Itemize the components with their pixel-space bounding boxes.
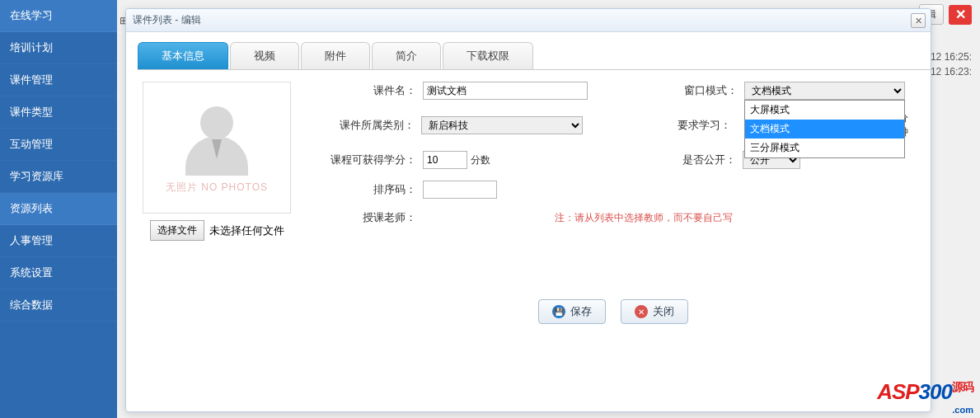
- close-icon: ✕: [635, 305, 648, 318]
- window-mode-select[interactable]: 文档模式: [744, 82, 905, 100]
- category-select[interactable]: 新启科技: [421, 116, 584, 134]
- sidebar-item-courseware-mgmt[interactable]: 课件管理: [0, 64, 117, 96]
- label-name: 课件名：: [307, 83, 423, 98]
- label-credits: 课程可获得学分：: [307, 153, 423, 167]
- sidebar-item-learning-resources[interactable]: 学习资源库: [0, 161, 117, 193]
- tab-bar: 基本信息 视频 附件 简介 下载权限: [138, 42, 931, 70]
- dropdown-option[interactable]: 三分屏模式: [745, 139, 904, 157]
- tab-basic-info[interactable]: 基本信息: [138, 42, 228, 69]
- label-required: 要求学习：: [640, 118, 738, 133]
- save-button[interactable]: 💾 保存: [538, 299, 606, 324]
- sidebar-item-system-settings[interactable]: 系统设置: [0, 257, 117, 289]
- window-mode-dropdown: 大屏模式 文档模式 三分屏模式: [744, 100, 905, 158]
- sidebar-item-interaction-mgmt[interactable]: 互动管理: [0, 129, 117, 161]
- photo-placeholder: 无照片 NO PHOTOS: [143, 82, 291, 214]
- tab-attachment[interactable]: 附件: [301, 42, 370, 69]
- sidebar-item-hr-mgmt[interactable]: 人事管理: [0, 225, 117, 257]
- dropdown-option[interactable]: 大屏模式: [745, 101, 904, 120]
- close-button[interactable]: ✕ 关闭: [621, 299, 688, 324]
- save-label: 保存: [570, 304, 592, 319]
- dropdown-option[interactable]: 文档模式: [745, 120, 904, 139]
- choose-file-button[interactable]: 选择文件: [150, 220, 204, 241]
- sidebar-item-combined-data[interactable]: 综合数据: [0, 289, 117, 322]
- photo-column: 无照片 NO PHOTOS 选择文件 未选择任何文件: [143, 82, 291, 324]
- file-status-text: 未选择任何文件: [209, 223, 284, 238]
- avatar-icon: [180, 101, 254, 176]
- form-area: 课件名： 窗口模式： 文档模式 大屏模式 文档模式 三分屏模式: [307, 82, 918, 324]
- sidebar-item-courseware-type[interactable]: 课件类型: [0, 96, 117, 129]
- dialog-title-text: 课件列表 - 编辑: [133, 13, 201, 27]
- credits-unit: 分数: [471, 153, 490, 167]
- edit-dialog: 课件列表 - 编辑 ✕ 基本信息 视频 附件 简介 下载权限 无照片 NO PH…: [125, 8, 931, 412]
- order-input[interactable]: [423, 181, 497, 199]
- sidebar-item-online-learning[interactable]: 在线学习: [0, 0, 117, 32]
- teacher-note: 注：请从列表中选择教师，而不要自己写: [555, 211, 733, 225]
- label-category: 课件所属类别：: [307, 118, 421, 133]
- dialog-titlebar: 课件列表 - 编辑 ✕: [126, 9, 931, 32]
- no-photo-text: 无照片 NO PHOTOS: [166, 181, 268, 195]
- tab-intro[interactable]: 简介: [372, 42, 441, 69]
- courseware-name-input[interactable]: [423, 82, 588, 100]
- tab-video[interactable]: 视频: [230, 42, 299, 69]
- tab-download-permission[interactable]: 下载权限: [443, 42, 533, 69]
- watermark-logo: ASP300源码 .com: [877, 379, 973, 415]
- sidebar: 在线学习 培训计划 课件管理 课件类型 互动管理 学习资源库 资源列表 人事管理…: [0, 0, 117, 418]
- save-icon: 💾: [552, 305, 565, 318]
- dialog-close-button[interactable]: ✕: [911, 13, 926, 28]
- label-public: 是否公开：: [644, 153, 743, 167]
- label-window-mode: 窗口模式：: [645, 83, 744, 98]
- credits-input[interactable]: [423, 151, 467, 169]
- label-teacher: 授课老师：: [307, 210, 423, 225]
- sidebar-item-training-plan[interactable]: 培训计划: [0, 32, 117, 64]
- label-order: 排序码：: [307, 182, 423, 197]
- sidebar-item-resource-list[interactable]: 资源列表: [0, 193, 117, 225]
- close-label: 关闭: [653, 304, 674, 319]
- delete-button[interactable]: ✕: [949, 5, 972, 25]
